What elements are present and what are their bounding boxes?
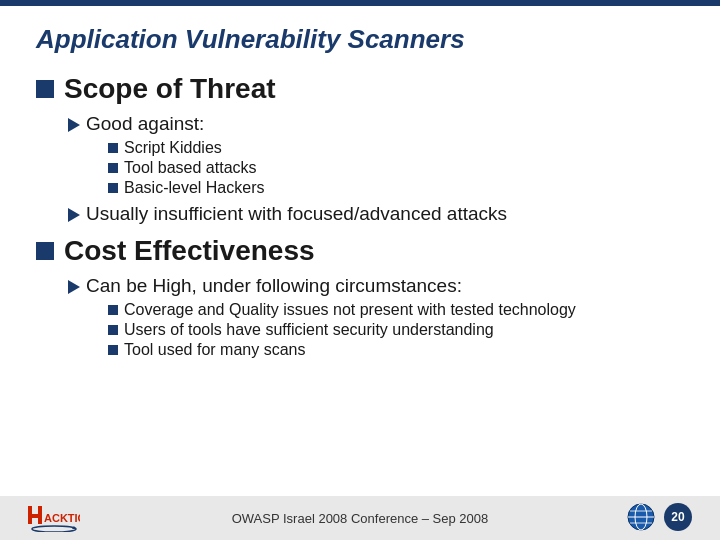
section1-heading-text: Scope of Threat <box>64 73 276 105</box>
bottom-bar: ACKTICS OWASP Israel 2008 Conference – S… <box>0 496 720 540</box>
list-item: Basic-level Hackers <box>108 179 684 197</box>
square-icon-1 <box>36 80 54 98</box>
bullet-icon-6 <box>108 345 118 355</box>
globe-icon <box>626 502 656 532</box>
subheading1-text: Good against: <box>86 113 204 135</box>
bullet-list-1: Script Kiddies Tool based attacks Basic-… <box>108 139 684 197</box>
bullet-text-3: Basic-level Hackers <box>124 179 264 197</box>
slide-title: Application Vulnerability Scanners <box>36 24 684 55</box>
triangle-icon-2 <box>68 208 80 222</box>
subheading2: Usually insufficient with focused/advanc… <box>68 203 684 225</box>
svg-point-4 <box>32 526 76 532</box>
svg-rect-1 <box>28 514 38 518</box>
subheading1: Good against: <box>68 113 684 135</box>
bullet-icon-2 <box>108 163 118 173</box>
bullet-text-4: Coverage and Quality issues not present … <box>124 301 576 319</box>
page-number: 20 <box>664 503 692 531</box>
bullet-text-6: Tool used for many scans <box>124 341 305 359</box>
list-item: Coverage and Quality issues not present … <box>108 301 684 319</box>
section2: Cost Effectiveness Can be High, under fo… <box>36 235 684 359</box>
bullet-icon-5 <box>108 325 118 335</box>
section1-heading: Scope of Threat <box>36 73 684 105</box>
section2-heading-text: Cost Effectiveness <box>64 235 315 267</box>
bottom-right: 20 <box>626 502 692 532</box>
triangle-icon-1 <box>68 118 80 132</box>
hacktics-logo-image: ACKTICS <box>28 502 80 532</box>
slide-container: Application Vulnerability Scanners Scope… <box>0 6 720 383</box>
subheading2-text: Usually insufficient with focused/advanc… <box>86 203 507 225</box>
section1: Scope of Threat Good against: Script Kid… <box>36 73 684 225</box>
svg-text:ACKTICS: ACKTICS <box>44 512 80 524</box>
bullet-icon-1 <box>108 143 118 153</box>
subheading3: Can be High, under following circumstanc… <box>68 275 684 297</box>
bullet-list-2: Coverage and Quality issues not present … <box>108 301 684 359</box>
subheading3-text: Can be High, under following circumstanc… <box>86 275 462 297</box>
bullet-icon-3 <box>108 183 118 193</box>
svg-rect-2 <box>38 506 42 524</box>
footer-text: OWASP Israel 2008 Conference – Sep 2008 <box>232 511 489 526</box>
triangle-icon-3 <box>68 280 80 294</box>
logo-area: ACKTICS <box>28 502 80 532</box>
bullet-icon-4 <box>108 305 118 315</box>
bullet-text-1: Script Kiddies <box>124 139 222 157</box>
list-item: Tool used for many scans <box>108 341 684 359</box>
bullet-text-5: Users of tools have sufficient security … <box>124 321 494 339</box>
bullet-text-2: Tool based attacks <box>124 159 257 177</box>
section2-heading: Cost Effectiveness <box>36 235 684 267</box>
square-icon-2 <box>36 242 54 260</box>
list-item: Users of tools have sufficient security … <box>108 321 684 339</box>
list-item: Script Kiddies <box>108 139 684 157</box>
list-item: Tool based attacks <box>108 159 684 177</box>
